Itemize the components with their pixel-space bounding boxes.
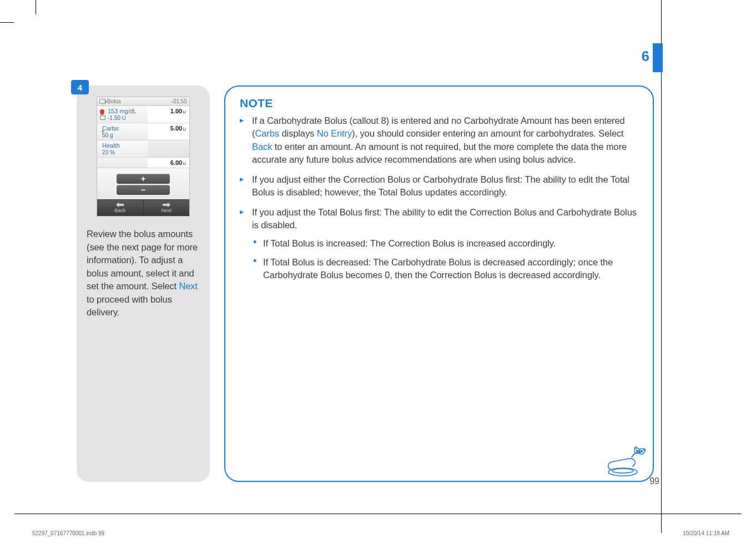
device-row-label: Health23 % [97, 140, 148, 157]
note-title: NOTE [240, 97, 638, 110]
minus-button[interactable]: − [117, 185, 170, 195]
device-screenshot: Bolus -01:55 153 mg/dL-1.50 U1.00UCarbs5… [97, 97, 190, 217]
device-total-value: 6.00U [148, 158, 189, 168]
device-row-value [148, 140, 189, 157]
crop-mark [36, 0, 36, 14]
crop-mark [661, 0, 662, 533]
device-row-label: Carbs50 g [97, 123, 148, 140]
step-caption: Review the bolus amounts (see the next p… [87, 228, 200, 319]
content-columns: 4 Bolus -01:55 153 mg/dL-1.50 U1.00UCarb… [77, 86, 654, 482]
device-total-label [97, 158, 148, 168]
plus-button[interactable]: + [117, 174, 170, 184]
back-button[interactable]: Back [97, 200, 143, 216]
crop-mark [14, 514, 742, 514]
step-panel: 4 Bolus -01:55 153 mg/dL-1.50 U1.00UCarb… [77, 86, 210, 482]
note-item: If you adjust the Total Bolus first: The… [240, 206, 638, 282]
svg-point-1 [612, 469, 633, 473]
next-link: Next [179, 281, 198, 291]
arrow-right-icon [163, 202, 170, 207]
inline-link: No Entry [317, 128, 352, 138]
inline-link: Back [252, 142, 272, 152]
step-number-badge: 4 [71, 80, 89, 94]
device-row: Health23 % [97, 140, 189, 157]
blood-drop-icon [100, 109, 105, 120]
device-stepper: + − [97, 168, 189, 199]
svg-point-5 [641, 451, 643, 453]
inline-link: Carbs [255, 128, 279, 138]
arrow-left-icon [116, 202, 124, 207]
device-total-row: 6.00U [97, 157, 189, 168]
note-subitem: If Total Bolus is decreased: The Carbohy… [252, 256, 638, 282]
svg-point-4 [637, 450, 638, 452]
note-list: If a Carbohydrate Bolus (callout 8) is e… [240, 114, 638, 282]
imprint-right: 10/20/14 11:18 AM [683, 530, 729, 536]
chapter-number: 6 [642, 48, 649, 65]
page-body: 6 99 4 Bolus -01:55 153 mg/dL-1.50 U1.00… [43, 32, 654, 487]
device-row-value[interactable]: 5.00U [148, 123, 189, 140]
chapter-tab [653, 43, 663, 72]
device-title: Bolus [107, 98, 121, 104]
note-item: If a Carbohydrate Bolus (callout 8) is e… [240, 114, 638, 167]
crop-mark [0, 22, 14, 23]
device-row-label: 153 mg/dL-1.50 U [97, 106, 148, 123]
device-row: 153 mg/dL-1.50 U1.00U [97, 106, 189, 123]
next-button[interactable]: Next [143, 200, 190, 216]
pump-icon [99, 99, 105, 104]
note-box: NOTE If a Carbohydrate Bolus (callout 8)… [224, 86, 654, 482]
imprint-left: 52297_07167776001.indb 99 [32, 530, 104, 536]
mascot-illustration [604, 446, 647, 477]
note-column: NOTE If a Carbohydrate Bolus (callout 8)… [224, 86, 654, 482]
device-timer: -01:55 [172, 98, 187, 104]
device-footer: Back Next [97, 199, 189, 216]
note-item: If you adjust either the Correction Bolu… [240, 173, 638, 199]
back-label: Back [114, 208, 125, 213]
note-sublist: If Total Bolus is increased: The Correct… [252, 237, 638, 281]
next-label: Next [161, 208, 172, 213]
device-titlebar: Bolus -01:55 [97, 97, 189, 106]
device-row: Carbs50 g5.00U [97, 123, 189, 140]
device-row-value[interactable]: 1.00U [148, 106, 189, 123]
note-subitem: If Total Bolus is increased: The Correct… [252, 237, 638, 250]
